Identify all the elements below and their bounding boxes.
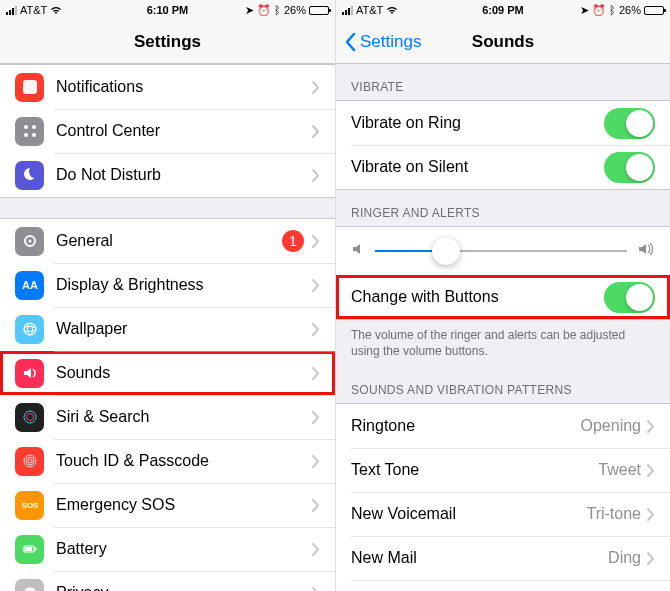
- status-time: 6:10 PM: [147, 4, 189, 16]
- cell-label: Touch ID & Passcode: [56, 452, 312, 470]
- signal-icon: [342, 6, 353, 15]
- settings-row-general[interactable]: General1: [0, 219, 335, 263]
- cell-label: Display & Brightness: [56, 276, 312, 294]
- section-footer-ringer: The volume of the ringer and alerts can …: [336, 320, 670, 367]
- cell-label: Notifications: [56, 78, 312, 96]
- cell-detail: Tweet: [598, 461, 641, 479]
- do-not-disturb-icon: [15, 161, 44, 190]
- vibrate-on-silent-toggle[interactable]: [604, 152, 655, 183]
- back-label: Settings: [360, 32, 421, 52]
- back-button[interactable]: Settings: [344, 32, 421, 52]
- chevron-right-icon: [647, 552, 655, 565]
- battery-icon: [15, 535, 44, 564]
- sent-mail-row[interactable]: Sent MailSwoosh: [336, 580, 670, 591]
- cell-label: Change with Buttons: [351, 288, 604, 306]
- settings-row-sounds[interactable]: Sounds: [0, 351, 335, 395]
- settings-row-siri-search[interactable]: Siri & Search: [0, 395, 335, 439]
- section-header-patterns: SOUNDS AND VIBRATION PATTERNS: [336, 367, 670, 403]
- chevron-right-icon: [312, 235, 320, 248]
- emergency-sos-icon: SOS: [15, 491, 44, 520]
- vibrate-on-ring-row[interactable]: Vibrate on Ring: [336, 101, 670, 145]
- battery-percent: 26%: [619, 4, 641, 16]
- status-time: 6:09 PM: [482, 4, 524, 16]
- chevron-right-icon: [312, 543, 320, 556]
- text-tone-row[interactable]: Text ToneTweet: [336, 448, 670, 492]
- cell-detail: Opening: [581, 417, 642, 435]
- settings-screen: AT&T 6:10 PM ➤ ⏰ ᛒ 26% Settings Notifica…: [0, 0, 335, 591]
- chevron-right-icon: [312, 367, 320, 380]
- location-icon: ➤: [580, 4, 589, 17]
- touchid-passcode-icon: [15, 447, 44, 476]
- page-title: Sounds: [472, 32, 534, 52]
- chevron-right-icon: [312, 279, 320, 292]
- cell-detail: Tri-tone: [586, 505, 641, 523]
- chevron-right-icon: [647, 464, 655, 477]
- ringer-volume-slider[interactable]: [375, 237, 627, 265]
- cell-label: New Mail: [351, 549, 608, 567]
- svg-point-10: [27, 323, 32, 335]
- battery-icon: [644, 6, 664, 15]
- sounds-list[interactable]: VIBRATE Vibrate on RingVibrate on Silent…: [336, 64, 670, 591]
- navbar: Settings Sounds: [336, 20, 670, 64]
- new-mail-row[interactable]: New MailDing: [336, 536, 670, 580]
- vibrate-on-silent-row[interactable]: Vibrate on Silent: [336, 145, 670, 189]
- svg-point-1: [24, 125, 28, 129]
- svg-text:SOS: SOS: [21, 501, 38, 510]
- display-brightness-icon: AA: [15, 271, 44, 300]
- general-icon: [15, 227, 44, 256]
- settings-row-control-center[interactable]: Control Center: [0, 109, 335, 153]
- chevron-right-icon: [312, 323, 320, 336]
- notifications-icon: [15, 73, 44, 102]
- ringtone-row[interactable]: RingtoneOpening: [336, 404, 670, 448]
- settings-row-notifications[interactable]: Notifications: [0, 65, 335, 109]
- svg-rect-0: [23, 80, 37, 94]
- cell-label: New Voicemail: [351, 505, 586, 523]
- wifi-icon: [50, 6, 62, 15]
- chevron-right-icon: [312, 125, 320, 138]
- settings-row-wallpaper[interactable]: Wallpaper: [0, 307, 335, 351]
- cell-label: Vibrate on Silent: [351, 158, 604, 176]
- cell-label: Control Center: [56, 122, 312, 140]
- cell-label: Text Tone: [351, 461, 598, 479]
- control-center-icon: [15, 117, 44, 146]
- settings-list[interactable]: NotificationsControl CenterDo Not Distur…: [0, 64, 335, 591]
- cell-label: Privacy: [56, 584, 312, 591]
- change-with-buttons-row[interactable]: Change with Buttons: [336, 275, 670, 319]
- settings-row-battery[interactable]: Battery: [0, 527, 335, 571]
- change-with-buttons-toggle[interactable]: [604, 282, 655, 313]
- svg-point-4: [32, 133, 36, 137]
- alarm-icon: ⏰: [592, 4, 606, 17]
- sounds-screen: AT&T 6:09 PM ➤ ⏰ ᛒ 26% Settings Sounds V…: [335, 0, 670, 591]
- settings-row-do-not-disturb[interactable]: Do Not Disturb: [0, 153, 335, 197]
- navbar: Settings: [0, 20, 335, 64]
- privacy-icon: [15, 579, 44, 592]
- location-icon: ➤: [245, 4, 254, 17]
- carrier-label: AT&T: [356, 4, 383, 16]
- siri-search-icon: [15, 403, 44, 432]
- settings-row-privacy[interactable]: Privacy: [0, 571, 335, 591]
- settings-row-display-brightness[interactable]: AADisplay & Brightness: [0, 263, 335, 307]
- cell-label: General: [56, 232, 282, 250]
- chevron-right-icon: [312, 455, 320, 468]
- settings-row-touchid-passcode[interactable]: Touch ID & Passcode: [0, 439, 335, 483]
- chevron-right-icon: [312, 411, 320, 424]
- new-voicemail-row[interactable]: New VoicemailTri-tone: [336, 492, 670, 536]
- svg-point-6: [28, 240, 31, 243]
- cell-label: Siri & Search: [56, 408, 312, 426]
- svg-point-12: [26, 414, 33, 421]
- cell-label: Vibrate on Ring: [351, 114, 604, 132]
- svg-point-11: [24, 411, 36, 423]
- cell-label: Wallpaper: [56, 320, 312, 338]
- svg-point-14: [26, 457, 34, 465]
- chevron-right-icon: [312, 81, 320, 94]
- wifi-icon: [386, 6, 398, 15]
- svg-rect-19: [25, 547, 32, 551]
- ringer-volume-slider-cell: [336, 227, 670, 275]
- svg-text:AA: AA: [22, 279, 38, 291]
- vibrate-on-ring-toggle[interactable]: [604, 108, 655, 139]
- bluetooth-icon: ᛒ: [274, 4, 281, 16]
- carrier-label: AT&T: [20, 4, 47, 16]
- chevron-right-icon: [312, 169, 320, 182]
- settings-row-emergency-sos[interactable]: SOSEmergency SOS: [0, 483, 335, 527]
- section-header-vibrate: VIBRATE: [336, 64, 670, 100]
